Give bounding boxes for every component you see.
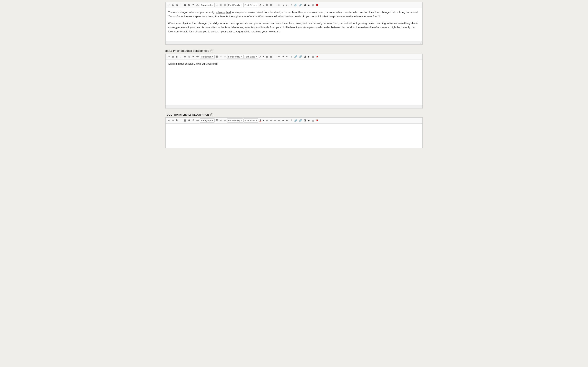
list-ordered-button-3[interactable]: ≣	[269, 118, 273, 123]
undo-button-2[interactable]: ↩	[167, 55, 171, 59]
paragraph-select-2[interactable]: Paragraph ▼	[200, 55, 214, 59]
font-color-button-2[interactable]: A	[259, 55, 262, 59]
unlink-button-1[interactable]: 🔗	[298, 3, 303, 7]
pencil-button-2[interactable]: ✏	[277, 55, 281, 59]
list-unordered-button-2[interactable]: ≣	[265, 55, 269, 59]
image-button-2[interactable]: 🖼	[303, 55, 307, 59]
undo-button[interactable]: ↩	[167, 3, 171, 7]
font-family-select-2[interactable]: Font Family ▼	[227, 55, 243, 59]
align-left-button[interactable]: ☰	[215, 3, 219, 7]
paragraph-select[interactable]: Paragraph ▼	[200, 3, 214, 7]
video-button-2[interactable]: ▶	[307, 55, 311, 59]
code-button[interactable]: </>	[195, 3, 199, 7]
exclaim-button-2[interactable]: !	[290, 55, 293, 59]
paragraph-arrow: ▼	[212, 4, 214, 6]
indent-left-button-3[interactable]: ⇤	[285, 118, 289, 123]
list-unordered-button-1[interactable]: ≣	[265, 3, 269, 7]
align-right-button-2[interactable]: ≡	[223, 55, 227, 59]
code-button-3[interactable]: </>	[195, 118, 199, 123]
pencil-button-3[interactable]: ✏	[277, 118, 281, 123]
quote-button-2[interactable]: ❝	[191, 55, 195, 59]
unlink-button-3[interactable]: 🔗	[298, 118, 303, 123]
video-button-1[interactable]: ▶	[307, 3, 311, 7]
italic-button-2[interactable]: I	[179, 55, 183, 59]
bold-button-2[interactable]: B	[175, 55, 179, 59]
underline-button-3[interactable]: U	[183, 118, 187, 123]
align-right-button[interactable]: ≡	[223, 3, 227, 7]
copy-button-2[interactable]: ⧉	[171, 55, 174, 59]
toolbar-2: ↩ ⧉ B I U S ❝ </> Paragraph ▼ ☰ ≡ ≡ Font…	[165, 54, 423, 60]
strikethrough-button-3[interactable]: S	[187, 118, 191, 123]
background-description-content[interactable]: You are a dragon who was permanently pol…	[165, 8, 423, 41]
image-button-3[interactable]: 🖼	[303, 118, 307, 123]
font-sizes-select-1[interactable]: Font Sizes ▼	[243, 3, 258, 7]
indent-right-button-1[interactable]: ⇥	[281, 3, 285, 7]
hr-button-2[interactable]: —	[273, 55, 277, 59]
align-center-button-3[interactable]: ≡	[219, 118, 223, 123]
paragraph-select-3[interactable]: Paragraph ▼	[200, 118, 214, 123]
align-right-button-3[interactable]: ≡	[223, 118, 227, 123]
skill-help-icon[interactable]: ?	[210, 50, 213, 52]
quote-button-3[interactable]: ❝	[191, 118, 195, 123]
list-ordered-button-1[interactable]: ≣	[269, 3, 273, 7]
tool-proficiencies-content[interactable]	[165, 124, 423, 148]
remove-button-3[interactable]: ✖	[315, 118, 319, 123]
link-button-3[interactable]: 🔗	[294, 118, 298, 123]
skill-proficiencies-content[interactable]: [skill]Intimidation[/skill], [skill]Surv…	[165, 60, 423, 105]
indent-left-button-1[interactable]: ⇤	[285, 3, 289, 7]
font-family-select-1[interactable]: Font Family ▼	[227, 3, 243, 7]
list-unordered-button-3[interactable]: ≣	[265, 118, 269, 123]
font-sizes-arrow-2: ▼	[255, 56, 257, 58]
tool-proficiencies-title: TOOL PROFICIENCIES DESCRIPTION	[165, 114, 209, 116]
italic-button[interactable]: I	[179, 3, 183, 7]
indent-left-button-2[interactable]: ⇤	[285, 55, 289, 59]
table-button-1[interactable]: ▤	[311, 3, 315, 7]
remove-button-2[interactable]: ✖	[315, 55, 319, 59]
bold-button[interactable]: B	[175, 3, 179, 7]
copy-button[interactable]: ⧉	[171, 3, 174, 7]
indent-right-button-3[interactable]: ⇥	[281, 118, 285, 123]
italic-button-3[interactable]: I	[179, 118, 183, 123]
hr-button-3[interactable]: —	[273, 118, 277, 123]
underline-button[interactable]: U	[183, 3, 187, 7]
remove-button-1[interactable]: ✖	[315, 3, 319, 7]
video-button-3[interactable]: ▶	[307, 118, 311, 123]
align-center-button-2[interactable]: ≡	[219, 55, 223, 59]
copy-button-3[interactable]: ⧉	[171, 118, 174, 123]
font-sizes-select-3[interactable]: Font Sizes ▼	[243, 118, 258, 123]
link-button-2[interactable]: 🔗	[294, 55, 298, 59]
font-color-button-1[interactable]: A	[259, 3, 262, 7]
font-color-button-3[interactable]: A	[259, 118, 262, 123]
font-sizes-select-2[interactable]: Font Sizes ▼	[243, 55, 258, 59]
align-center-button[interactable]: ≡	[219, 3, 223, 7]
exclaim-button-3[interactable]: !	[290, 118, 293, 123]
resize-handle-1[interactable]: ⊿	[420, 42, 422, 44]
font-family-arrow-3: ▼	[240, 120, 242, 122]
resize-handle-2[interactable]: ⊿	[420, 105, 422, 108]
exclaim-button-1[interactable]: !	[290, 3, 293, 7]
align-left-button-3[interactable]: ☰	[215, 118, 219, 123]
strikethrough-button[interactable]: S	[187, 3, 191, 7]
image-button-1[interactable]: 🖼	[303, 3, 307, 7]
quote-button[interactable]: ❝	[191, 3, 195, 7]
table-button-2[interactable]: ▤	[311, 55, 315, 59]
background-paragraph-2: When your physical form changed, so did …	[168, 21, 420, 34]
strikethrough-button-2[interactable]: S	[187, 55, 191, 59]
code-button-2[interactable]: </>	[195, 55, 199, 59]
undo-button-3[interactable]: ↩	[167, 118, 171, 123]
font-sizes-label-1: Font Sizes	[244, 4, 255, 6]
unlink-button-2[interactable]: 🔗	[298, 55, 303, 59]
font-family-select-3[interactable]: Font Family ▼	[227, 118, 243, 123]
skill-text: [skill]Intimidation[/skill], [skill]Surv…	[168, 62, 420, 66]
font-sizes-arrow-1: ▼	[255, 4, 257, 6]
hr-button-1[interactable]: —	[273, 3, 277, 7]
underline-button-2[interactable]: U	[183, 55, 187, 59]
tool-help-icon[interactable]: ?	[210, 113, 213, 116]
link-button-1[interactable]: 🔗	[294, 3, 298, 7]
list-ordered-button-2[interactable]: ≣	[269, 55, 273, 59]
pencil-button-1[interactable]: ✏	[277, 3, 281, 7]
table-button-3[interactable]: ▤	[311, 118, 315, 123]
bold-button-3[interactable]: B	[175, 118, 179, 123]
indent-right-button-2[interactable]: ⇥	[281, 55, 285, 59]
align-left-button-2[interactable]: ☰	[215, 55, 219, 59]
